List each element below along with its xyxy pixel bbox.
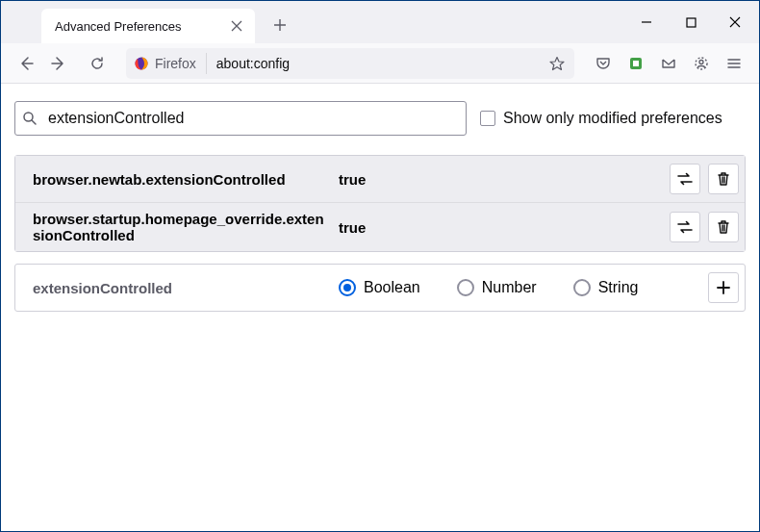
radio-unselected-icon <box>573 279 591 296</box>
toggle-button[interactable] <box>670 212 700 242</box>
inbox-icon[interactable] <box>653 48 684 79</box>
pref-value: true <box>339 219 670 236</box>
window-controls <box>624 4 757 40</box>
new-pref-row: extensionControlled Boolean Number Strin… <box>15 265 745 311</box>
pref-name: browser.startup.homepage_override.extens… <box>33 211 339 243</box>
radio-number[interactable]: Number <box>457 279 537 296</box>
radio-label: String <box>598 279 639 296</box>
search-icon <box>22 111 38 126</box>
svg-rect-0 <box>687 18 696 27</box>
checkbox-label: Show only modified preferences <box>503 110 722 127</box>
app-menu-button[interactable] <box>719 48 749 79</box>
browser-tab[interactable]: Advanced Preferences <box>41 9 255 43</box>
checkbox-icon[interactable] <box>480 111 495 126</box>
maximize-button[interactable] <box>669 4 713 40</box>
minimize-button[interactable] <box>624 4 669 40</box>
radio-label: Boolean <box>364 279 420 296</box>
search-container <box>14 101 467 136</box>
tab-title: Advanced Preferences <box>55 19 228 34</box>
navigation-toolbar: Firefox <box>1 43 759 84</box>
identity-label: Firefox <box>155 56 196 71</box>
firefox-logo-icon <box>134 56 149 71</box>
radio-unselected-icon <box>457 279 474 296</box>
forward-button[interactable] <box>43 48 74 79</box>
back-button[interactable] <box>11 48 41 79</box>
radio-label: Number <box>482 279 537 296</box>
preferences-table: browser.newtab.extensionControlled true … <box>14 155 746 252</box>
pocket-icon[interactable] <box>588 48 619 79</box>
new-pref-table: extensionControlled Boolean Number Strin… <box>14 264 746 312</box>
type-radio-group: Boolean Number String <box>339 279 638 296</box>
preference-search-input[interactable] <box>14 101 467 136</box>
url-input[interactable] <box>207 56 544 71</box>
pref-value: true <box>339 171 670 188</box>
radio-selected-icon <box>339 279 356 296</box>
new-tab-button[interactable] <box>265 10 295 40</box>
reload-button[interactable] <box>82 48 113 79</box>
delete-button[interactable] <box>708 164 739 194</box>
show-modified-only-option[interactable]: Show only modified preferences <box>480 110 722 127</box>
svg-point-5 <box>699 60 703 63</box>
close-tab-icon[interactable] <box>228 17 245 35</box>
toggle-button[interactable] <box>670 164 700 194</box>
url-bar[interactable]: Firefox <box>126 48 574 79</box>
pref-row[interactable]: browser.startup.homepage_override.extens… <box>15 202 745 251</box>
identity-box[interactable]: Firefox <box>134 53 207 74</box>
radio-string[interactable]: String <box>573 279 639 296</box>
window-titlebar: Advanced Preferences <box>1 1 759 43</box>
delete-button[interactable] <box>708 212 739 242</box>
close-window-button[interactable] <box>713 4 757 40</box>
extension-icon[interactable] <box>621 48 651 79</box>
bookmark-star-icon[interactable] <box>544 50 570 77</box>
account-icon[interactable] <box>686 48 717 79</box>
pref-row[interactable]: browser.newtab.extensionControlled true <box>15 156 745 202</box>
radio-boolean[interactable]: Boolean <box>339 279 420 296</box>
svg-rect-3 <box>633 61 639 66</box>
svg-point-6 <box>24 113 33 121</box>
pref-name: browser.newtab.extensionControlled <box>33 171 339 188</box>
about-config-content: Show only modified preferences browser.n… <box>1 84 759 329</box>
add-button[interactable] <box>708 272 739 303</box>
new-pref-name: extensionControlled <box>33 280 339 296</box>
